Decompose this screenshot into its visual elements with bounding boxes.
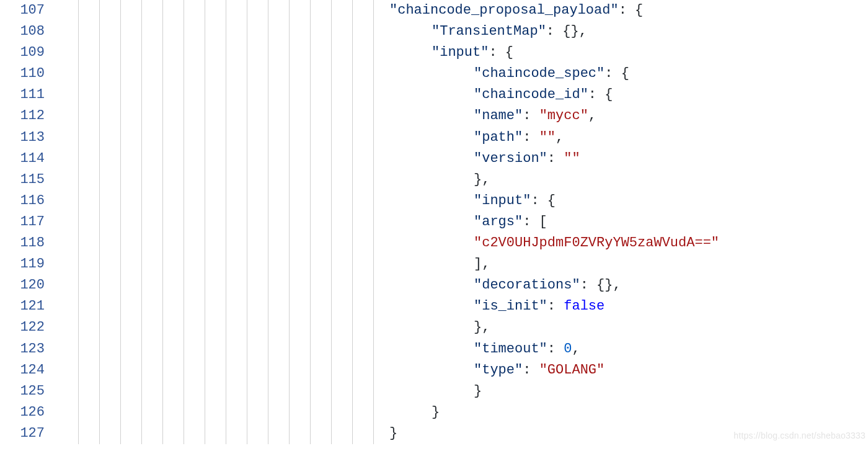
line-number: 121 [0, 296, 45, 317]
code-line[interactable]: "decorations": {}, [55, 275, 868, 296]
code-line[interactable]: "is_init": false [55, 296, 868, 317]
line-number: 117 [0, 212, 45, 233]
code-line[interactable]: "TransientMap": {}, [55, 21, 868, 42]
line-number: 120 [0, 275, 45, 296]
line-number: 122 [0, 317, 45, 338]
code-token: , [588, 108, 596, 123]
code-line[interactable]: } [55, 423, 868, 444]
code-token: : [547, 341, 564, 357]
line-number: 119 [0, 254, 45, 275]
code-lines: "chaincode_proposal_payload": {"Transien… [55, 0, 868, 444]
code-token: } [432, 404, 440, 420]
code-line[interactable]: "type": "GOLANG" [55, 360, 868, 381]
code-token: : { [588, 87, 613, 102]
code-token: 0 [564, 341, 572, 357]
line-number: 123 [0, 339, 45, 360]
code-token: "c2V0UHJpdmF0ZVRyYW5zaWVudA==" [474, 235, 719, 251]
line-number: 126 [0, 402, 45, 423]
code-area[interactable]: "chaincode_proposal_payload": {"Transien… [55, 0, 868, 444]
code-token: "" [539, 130, 556, 145]
line-number-gutter: 1071081091101111121131141151161171181191… [0, 0, 55, 444]
code-token: : { [619, 2, 644, 18]
code-line[interactable]: }, [55, 169, 868, 190]
code-token: : {}, [546, 24, 587, 39]
code-editor: 1071081091101111121131141151161171181191… [0, 0, 868, 444]
code-token: "name" [474, 108, 523, 123]
line-number: 116 [0, 190, 45, 212]
line-number: 118 [0, 233, 45, 254]
line-number: 115 [0, 169, 45, 190]
line-number: 110 [0, 63, 45, 84]
code-token: : [ [523, 214, 547, 230]
code-token: "decorations" [474, 277, 580, 293]
code-token: "chaincode_id" [474, 87, 588, 102]
code-token: , [556, 130, 564, 145]
code-token: "mycc" [539, 108, 588, 123]
code-token: "path" [474, 130, 523, 145]
code-line[interactable]: ], [55, 254, 868, 275]
line-number: 127 [0, 423, 45, 444]
code-token: : { [531, 193, 556, 208]
code-line[interactable]: "args": [ [55, 212, 868, 233]
code-token: false [564, 298, 604, 314]
code-line[interactable]: "chaincode_id": { [55, 84, 868, 105]
code-line[interactable]: "name": "mycc", [55, 105, 868, 127]
code-token: : [523, 108, 539, 123]
code-token: "TransientMap" [432, 24, 546, 39]
line-number: 108 [0, 21, 45, 42]
line-number: 124 [0, 360, 45, 381]
code-token: , [572, 341, 580, 357]
code-line[interactable]: } [55, 381, 868, 402]
code-line[interactable]: "path": "", [55, 127, 868, 148]
line-number: 113 [0, 127, 45, 148]
code-token: : [547, 151, 564, 166]
code-token: "input" [432, 45, 489, 60]
code-token: "timeout" [474, 341, 547, 357]
code-token: }, [474, 172, 490, 187]
code-token: : [547, 298, 564, 314]
code-token: "args" [474, 214, 523, 230]
code-token: "" [564, 151, 580, 166]
code-token: } [389, 426, 397, 441]
code-token: } [474, 383, 482, 399]
code-token: }, [474, 319, 490, 335]
code-token: "type" [474, 362, 523, 378]
code-line[interactable]: "input": { [55, 190, 868, 212]
line-number: 114 [0, 148, 45, 169]
code-token: : [523, 362, 539, 378]
code-token: "is_init" [474, 298, 547, 314]
code-token: ], [474, 256, 490, 272]
line-number: 125 [0, 381, 45, 402]
code-token: "chaincode_spec" [474, 66, 604, 81]
code-token: : {}, [580, 277, 621, 293]
line-number: 109 [0, 42, 45, 63]
code-line[interactable]: "chaincode_spec": { [55, 63, 868, 84]
code-line[interactable]: }, [55, 317, 868, 338]
code-line[interactable]: "timeout": 0, [55, 339, 868, 360]
code-line[interactable]: "c2V0UHJpdmF0ZVRyYW5zaWVudA==" [55, 233, 868, 254]
code-token: "chaincode_proposal_payload" [389, 2, 619, 18]
code-line[interactable]: "input": { [55, 42, 868, 63]
code-token: "GOLANG" [539, 362, 605, 378]
line-number: 111 [0, 84, 45, 105]
code-token: : [523, 130, 539, 145]
code-line[interactable]: "chaincode_proposal_payload": { [55, 0, 868, 21]
code-token: : { [489, 45, 513, 60]
line-number: 112 [0, 105, 45, 127]
line-number: 107 [0, 0, 45, 21]
code-token: : { [604, 66, 629, 81]
code-token: "version" [474, 151, 547, 166]
code-token: "input" [474, 193, 531, 208]
code-line[interactable]: } [55, 402, 868, 423]
code-line[interactable]: "version": "" [55, 148, 868, 169]
